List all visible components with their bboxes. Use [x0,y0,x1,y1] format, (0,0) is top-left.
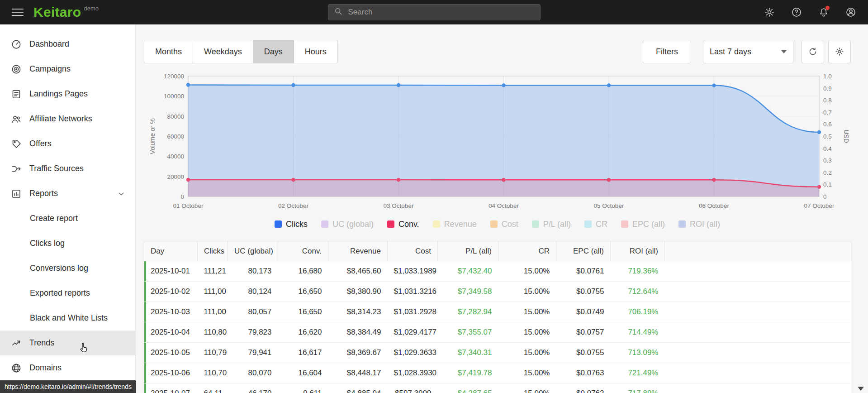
cell-day: 2025-10-01 [144,261,198,282]
svg-text:04 October: 04 October [489,202,519,209]
column-header-cr[interactable]: CR [498,241,556,261]
legend-swatch [678,220,686,228]
cell-clicks: 111,00 [198,282,228,302]
sidebar-item-label: Landings Pages [29,89,88,99]
search-input[interactable] [347,7,535,17]
table-row[interactable]: 2025-10-04110,8079,82316,620$8,384.49$1,… [144,322,851,343]
column-header-clicks[interactable]: Clicks [198,241,228,261]
legend-swatch [532,220,539,228]
search-box[interactable] [328,4,541,20]
sidebar-item-reports[interactable]: Reports [0,181,135,206]
sidebar-item-dashboard[interactable]: Dashboard [0,32,135,57]
table-row[interactable]: 2025-10-06110,7080,07016,604$8,448.17$1,… [144,363,851,383]
column-header-p-l-all[interactable]: P/L (all) [438,241,498,261]
sidebar-item-affiliate-networks[interactable]: Affiliate Networks [0,106,135,131]
toolbar-row: MonthsWeekdaysDaysHours Filters Last 7 d… [144,40,851,63]
svg-text:03 October: 03 October [384,202,414,209]
legend-item-conv[interactable]: Conv. [387,220,419,229]
svg-text:0.1: 0.1 [823,181,832,188]
cell-revenue: $8,380.90 [328,282,388,302]
column-header-conv[interactable]: Conv. [278,241,328,261]
target-icon [11,64,22,75]
cell-uc-global: 79,941 [228,343,278,363]
sidebar-item-trends[interactable]: Trends [0,331,135,355]
legend-item-p-l-all[interactable]: P/L (all) [532,220,571,229]
column-header-roi-all[interactable]: ROI (all) [611,241,665,261]
svg-text:07 October: 07 October [804,202,835,209]
cell-epc-all: $0.0762 [556,383,611,393]
column-header-epc-all[interactable]: EPC (all) [556,241,611,261]
legend-item-roi-all[interactable]: ROI (all) [678,220,720,229]
tab-weekdays[interactable]: Weekdays [193,40,253,63]
settings-gear-icon[interactable] [764,7,775,18]
traffic-icon [11,163,22,174]
sidebar-item-landings-pages[interactable]: Landings Pages [0,81,135,106]
sidebar-item-offers[interactable]: Offers [0,131,135,156]
cell-cost: $1,029.4177 [388,322,438,343]
sidebar-item-conversions-log[interactable]: Conversions log [0,256,135,281]
cell-uc-global: 80,057 [228,302,278,322]
filters-button[interactable]: Filters [643,40,691,63]
cell-cr: 15.00% [498,302,556,322]
svg-text:80000: 80000 [167,113,184,120]
table-row[interactable]: 2025-10-02111,0080,12416,650$8,380.90$1,… [144,282,851,302]
svg-text:0: 0 [180,193,184,200]
cell-cr: 15.00% [498,383,556,393]
legend-item-clicks[interactable]: Clicks [275,220,308,229]
cell-uc-global: 80,070 [228,363,278,383]
menu-icon[interactable] [12,6,24,18]
cell-cr: 15.00% [498,322,556,343]
legend-item-cr[interactable]: CR [584,220,607,229]
legend-item-epc-all[interactable]: EPC (all) [621,220,665,229]
table-row[interactable]: 2025-10-05110,7979,94116,617$8,369.67$1,… [144,343,851,363]
cell-clicks: 110,80 [198,322,228,343]
column-header-uc-global[interactable]: UC (global) [228,241,278,261]
cell-epc-all: $0.0763 [556,363,611,383]
legend-swatch [387,220,394,228]
sidebar-item-domains[interactable]: Domains [0,355,135,380]
legend-swatch [490,220,498,228]
help-icon[interactable] [791,7,802,18]
tab-hours[interactable]: Hours [294,40,338,63]
svg-text:0.7: 0.7 [823,109,832,116]
gauge-icon [11,39,22,50]
trends-chart[interactable]: 02000040000600008000010000012000000.10.2… [144,70,851,211]
svg-text:0.8: 0.8 [823,97,832,104]
tab-months[interactable]: Months [144,40,193,63]
legend-item-revenue[interactable]: Revenue [433,220,477,229]
legend-label: UC (global) [332,220,374,229]
logo[interactable]: Keitaro [33,5,81,19]
column-header-day[interactable]: Day [144,241,198,261]
chevron-down-icon [116,189,126,199]
cell-p-l-all: $7,355.07 [438,322,498,343]
cell-epc-all: $0.0749 [556,302,611,322]
cell-cost: $1,031.3216 [388,282,438,302]
table-row[interactable]: 2025-10-0764,1146,1709,611$4,885.04$597.… [144,383,851,393]
legend-item-cost[interactable]: Cost [490,220,518,229]
sidebar-item-clicks-log[interactable]: Clicks log [0,231,135,256]
notifications-bell-icon[interactable] [818,7,829,18]
cell-filler [665,261,851,282]
cell-roi-all: 719.36% [611,261,665,282]
sidebar-item-label: Trends [29,338,54,348]
chart-settings-button[interactable] [828,40,851,63]
cell-filler [665,282,851,302]
table-row[interactable]: 2025-10-01111,2180,17316,680$8,465.60$1,… [144,261,851,282]
column-header-revenue[interactable]: Revenue [328,241,388,261]
tab-days[interactable]: Days [253,40,294,63]
legend-item-uc-global[interactable]: UC (global) [321,220,374,229]
sidebar-item-black-and-white-lists[interactable]: Black and White Lists [0,306,135,331]
column-header-cost[interactable]: Cost [388,241,438,261]
table-row[interactable]: 2025-10-03111,0080,05716,650$8,314.23$1,… [144,302,851,322]
sidebar-item-create-report[interactable]: Create report [0,206,135,231]
svg-text:0.3: 0.3 [823,157,832,164]
user-account-icon[interactable] [845,7,856,18]
cell-conv: 16,650 [278,282,328,302]
sidebar-item-campaigns[interactable]: Campaigns [0,57,135,81]
refresh-button[interactable] [802,40,824,63]
cell-conv: 16,680 [278,261,328,282]
period-select[interactable]: Last 7 days [703,40,793,63]
svg-text:40000: 40000 [167,153,184,160]
sidebar-item-traffic-sources[interactable]: Traffic Sources [0,156,135,181]
sidebar-item-exported-reports[interactable]: Exported reports [0,281,135,306]
